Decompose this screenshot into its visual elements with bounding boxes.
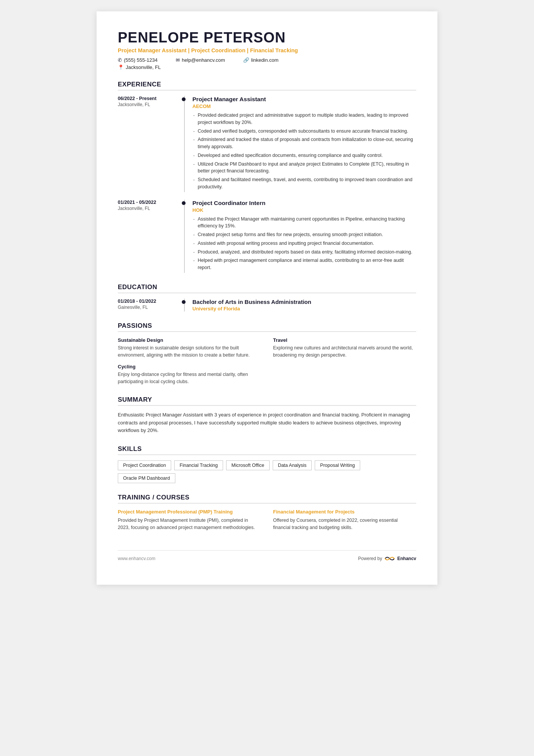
training-item-0: Project Management Professional (PMP) Tr… xyxy=(118,509,261,531)
skill-2: Microsoft Office xyxy=(226,460,270,470)
exp-bullet-2-4: Helped with project management complianc… xyxy=(192,257,416,271)
summary-section: SUMMARY Enthusiastic Project Manager Ass… xyxy=(118,396,416,435)
exp-bullet-1-2: Administered and tracked the status of p… xyxy=(192,136,416,150)
candidate-name: PENELOPE PETERSON xyxy=(118,30,416,46)
edu-date-1: 01/2018 - 01/2022 xyxy=(118,299,178,304)
exp-left-1: 06/2022 - Present Jacksonville, FL xyxy=(118,96,184,192)
exp-bullet-2-3: Produced, analyzed, and distributed repo… xyxy=(192,249,416,256)
skills-title: SKILLS xyxy=(118,445,416,455)
email-icon: ✉ xyxy=(176,57,180,63)
linkedin-icon: 🔗 xyxy=(243,57,249,63)
linkedin-value: linkedin.com xyxy=(251,57,278,63)
exp-date-2: 01/2021 - 05/2022 xyxy=(118,200,178,205)
exp-location-2: Jacksonville, FL xyxy=(118,206,178,211)
passion-item-0: Sustainable Design Strong interest in su… xyxy=(118,337,261,359)
enhancv-icon xyxy=(384,555,395,562)
exp-divider-1 xyxy=(184,96,185,192)
contact-row: ✆ (555) 555-1234 ✉ help@enhancv.com 🔗 li… xyxy=(118,57,416,63)
skill-0: Project Coordination xyxy=(118,460,171,470)
phone-icon: ✆ xyxy=(118,57,122,63)
exp-bullets-2: Assisted the Project Manager with mainta… xyxy=(192,216,416,271)
exp-item-1: 06/2022 - Present Jacksonville, FL Proje… xyxy=(118,96,416,192)
training-section: TRAINING / COURSES Project Management Pr… xyxy=(118,494,416,531)
exp-company-1: AECOM xyxy=(192,103,416,109)
edu-degree-1: Bachelor of Arts in Business Administrat… xyxy=(192,299,416,305)
edu-location-1: Gainesville, FL xyxy=(118,305,178,310)
exp-title-1: Project Manager Assistant xyxy=(192,96,416,103)
exp-company-2: HOK xyxy=(192,207,416,213)
exp-bullet-2-1: Created project setup forms and files fo… xyxy=(192,231,416,238)
experience-title: EXPERIENCE xyxy=(118,81,416,91)
candidate-subtitle: Project Manager Assistant | Project Coor… xyxy=(118,47,416,53)
passion-title-0: Sustainable Design xyxy=(118,337,261,343)
location-value: Jacksonville, FL xyxy=(126,64,161,70)
passion-desc-2: Enjoy long-distance cycling for fitness … xyxy=(118,371,261,385)
education-section: EDUCATION 01/2018 - 01/2022 Gainesville,… xyxy=(118,283,416,311)
phone-contact: ✆ (555) 555-1234 xyxy=(118,57,158,63)
exp-date-1: 06/2022 - Present xyxy=(118,96,178,101)
skills-grid: Project Coordination Financial Tracking … xyxy=(118,460,416,483)
edu-right-1: Bachelor of Arts in Business Administrat… xyxy=(192,299,416,311)
phone-value: (555) 555-1234 xyxy=(124,57,158,63)
passion-desc-0: Strong interest in sustainable design so… xyxy=(118,344,261,359)
footer-website: www.enhancv.com xyxy=(118,556,155,561)
brand-name: Enhancv xyxy=(397,556,416,561)
training-desc-0: Provided by Project Management Institute… xyxy=(118,517,261,531)
training-grid: Project Management Professional (PMP) Tr… xyxy=(118,509,416,531)
edu-divider-1 xyxy=(184,299,185,311)
location-contact: 📍 Jacksonville, FL xyxy=(118,64,416,70)
training-title-0: Project Management Professional (PMP) Tr… xyxy=(118,509,261,515)
header: PENELOPE PETERSON Project Manager Assist… xyxy=(118,30,416,70)
exp-bullet-2-2: Assisted with proposal writing process a… xyxy=(192,240,416,247)
email-contact: ✉ help@enhancv.com xyxy=(176,57,225,63)
email-value: help@enhancv.com xyxy=(182,57,225,63)
passion-item-1: Travel Exploring new cultures and archit… xyxy=(273,337,416,359)
passion-title-1: Travel xyxy=(273,337,416,343)
footer-brand: Powered by Enhancv xyxy=(358,555,416,562)
exp-title-2: Project Coordinator Intern xyxy=(192,200,416,207)
passions-section: PASSIONS Sustainable Design Strong inter… xyxy=(118,322,416,385)
footer: www.enhancv.com Powered by Enhancv xyxy=(118,550,416,562)
powered-by-label: Powered by xyxy=(358,556,382,561)
skill-5: Oracle PM Dashboard xyxy=(118,473,175,483)
exp-bullet-1-3: Developed and edited specification docum… xyxy=(192,152,416,159)
passion-item-2: Cycling Enjoy long-distance cycling for … xyxy=(118,364,261,385)
linkedin-contact: 🔗 linkedin.com xyxy=(243,57,278,63)
exp-bullet-2-0: Assisted the Project Manager with mainta… xyxy=(192,216,416,230)
training-item-1: Financial Management for Projects Offere… xyxy=(273,509,416,531)
training-desc-1: Offered by Coursera, completed in 2022, … xyxy=(273,517,416,531)
passions-title: PASSIONS xyxy=(118,322,416,332)
skills-section: SKILLS Project Coordination Financial Tr… xyxy=(118,445,416,483)
exp-dot-2 xyxy=(182,201,186,205)
exp-left-2: 01/2021 - 05/2022 Jacksonville, FL xyxy=(118,200,184,273)
edu-dot-1 xyxy=(182,300,186,304)
exp-location-1: Jacksonville, FL xyxy=(118,102,178,107)
exp-bullet-1-1: Coded and verified budgets, corresponded… xyxy=(192,128,416,135)
exp-right-1: Project Manager Assistant AECOM Provided… xyxy=(192,96,416,192)
location-icon: 📍 xyxy=(118,64,124,70)
exp-bullet-1-4: Utilized Oracle PM Dashboard to input an… xyxy=(192,161,416,175)
edu-item-1: 01/2018 - 01/2022 Gainesville, FL Bachel… xyxy=(118,299,416,311)
experience-section: EXPERIENCE 06/2022 - Present Jacksonvill… xyxy=(118,81,416,273)
exp-bullet-1-5: Scheduled and facilitated meetings, trav… xyxy=(192,176,416,191)
skill-3: Data Analysis xyxy=(273,460,312,470)
skill-1: Financial Tracking xyxy=(174,460,223,470)
exp-bullet-1-0: Provided dedicated project and administr… xyxy=(192,112,416,126)
education-title: EDUCATION xyxy=(118,283,416,293)
resume-page: PENELOPE PETERSON Project Manager Assist… xyxy=(97,11,437,585)
passions-grid: Sustainable Design Strong interest in su… xyxy=(118,337,416,385)
passion-title-2: Cycling xyxy=(118,364,261,369)
summary-title: SUMMARY xyxy=(118,396,416,406)
edu-left-1: 01/2018 - 01/2022 Gainesville, FL xyxy=(118,299,184,311)
exp-dot-1 xyxy=(182,97,186,101)
edu-school-1: University of Florida xyxy=(192,306,416,311)
exp-bullets-1: Provided dedicated project and administr… xyxy=(192,112,416,191)
exp-divider-2 xyxy=(184,200,185,273)
training-title: TRAINING / COURSES xyxy=(118,494,416,504)
training-title-1: Financial Management for Projects xyxy=(273,509,416,515)
exp-right-2: Project Coordinator Intern HOK Assisted … xyxy=(192,200,416,273)
passion-desc-1: Exploring new cultures and architectural… xyxy=(273,344,416,359)
skill-4: Proposal Writing xyxy=(315,460,360,470)
exp-item-2: 01/2021 - 05/2022 Jacksonville, FL Proje… xyxy=(118,200,416,273)
summary-text: Enthusiastic Project Manager Assistant w… xyxy=(118,411,416,435)
